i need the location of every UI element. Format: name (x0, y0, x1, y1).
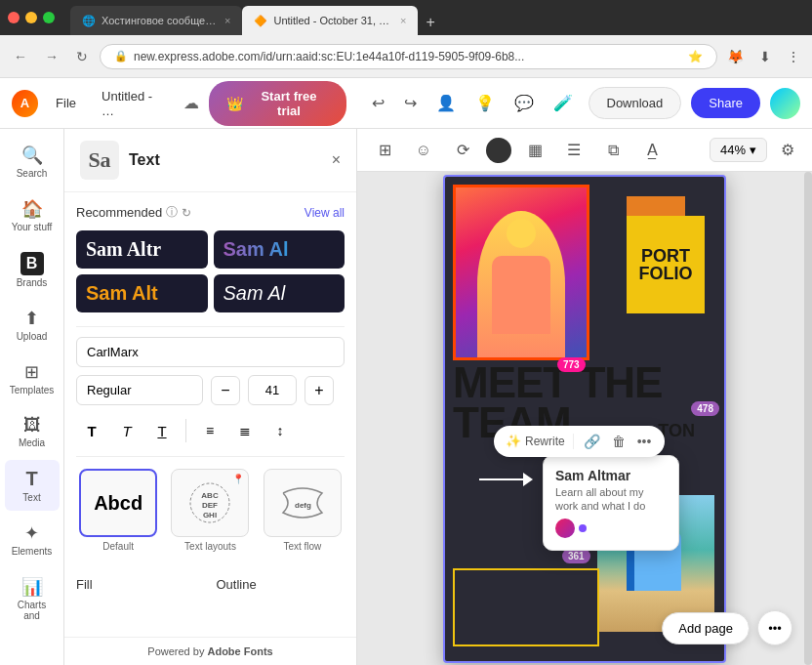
doc-title[interactable]: Untitled - … (94, 85, 174, 122)
tab-2[interactable]: 🔶 Untitled - October 31, 2024 at … × (242, 6, 418, 35)
layers-tool-button[interactable]: ☰ (558, 135, 589, 166)
align-list-button[interactable]: ≣ (229, 415, 261, 446)
sidebar-item-your-stuff[interactable]: 🏠 Your stuff (5, 190, 60, 240)
more-action-button[interactable]: ••• (635, 432, 654, 451)
sidebar-item-templates[interactable]: ⊞ Templates (5, 353, 60, 403)
start-trial-button[interactable]: 👑 Start free trial (209, 81, 345, 126)
face-tool-button[interactable]: ☺ (408, 135, 439, 166)
delete-action-button[interactable]: 🗑 (610, 432, 628, 451)
copy-tool-button[interactable]: ⧉ (597, 135, 629, 166)
back-button[interactable]: ← (8, 45, 33, 68)
zoom-chevron-icon: ▾ (750, 143, 756, 157)
download-button[interactable]: Download (589, 87, 682, 119)
elements-icon: ✦ (24, 522, 39, 544)
bold-text-button[interactable]: T (76, 415, 107, 446)
collaborators-button[interactable]: 👤 (430, 88, 462, 118)
text-style-flow[interactable]: defg Text flow (261, 469, 345, 552)
font-preview-4[interactable]: Sam Al (214, 274, 345, 312)
sidebar-item-text[interactable]: T Text (5, 460, 60, 511)
view-all-link[interactable]: View all (304, 206, 345, 220)
add-page-button[interactable]: Add page (662, 612, 750, 644)
sidebar-item-upload[interactable]: ⬆ Upload (5, 300, 60, 350)
refresh-button[interactable]: ↻ (70, 45, 94, 68)
italic-text-button[interactable]: T (111, 415, 142, 446)
sidebar-upload-label: Upload (17, 331, 48, 342)
upload-icon: ⬆ (24, 308, 39, 329)
browser-download-btn[interactable]: ⬇ (755, 45, 775, 68)
grid-tool-button[interactable]: ⊞ (369, 135, 400, 166)
info-icon: ⓘ (166, 204, 178, 221)
font-size-increase-button[interactable]: + (304, 376, 334, 405)
svg-marker-6 (523, 473, 533, 486)
color-fill-button[interactable] (486, 138, 511, 163)
sidebar-item-search[interactable]: 🔍 Search (5, 137, 60, 187)
font-family-select[interactable]: CarlMarx (76, 337, 345, 367)
canvas-toolbar: ⊞ ☺ ⟳ ▦ ☰ ⧉ A̲ 44% ▾ ⚙ (357, 129, 812, 172)
powered-by: Powered by Adobe Fonts (64, 637, 356, 665)
font-style-select[interactable]: Regular (76, 375, 203, 405)
sidebar-item-brands[interactable]: B Brands (5, 244, 60, 296)
right-scrollbar[interactable] (804, 172, 812, 665)
tab-2-label: Untitled - October 31, 2024 at … (273, 15, 394, 26)
forward-button[interactable]: → (39, 45, 64, 68)
win-min-btn[interactable] (25, 12, 37, 23)
new-tab-button[interactable]: + (418, 10, 442, 35)
sidebar-item-elements[interactable]: ✦ Elements (5, 515, 60, 564)
win-close-btn[interactable] (8, 12, 20, 23)
tab-2-close[interactable]: × (400, 15, 406, 26)
browser-menu-btn[interactable]: ⋮ (783, 45, 804, 68)
design-canvas: PORT FOLIO MEET THE TEAM (443, 175, 726, 663)
text-panel: Sa Text × Recommended ⓘ ↻ View all Sam A… (64, 129, 357, 665)
link-action-button[interactable]: 🔗 (582, 432, 602, 451)
browser-extensions-btn[interactable]: 🦊 (723, 45, 748, 68)
svg-text:DEF: DEF (202, 501, 218, 510)
text-icon: T (25, 468, 37, 490)
tab-1[interactable]: 🌐 Хостинговое сообщество «Ti… × (70, 6, 242, 35)
rewrite-button[interactable]: ✨ Rewrite (506, 434, 565, 448)
underline-text-button[interactable]: T (146, 415, 178, 446)
font-size-decrease-button[interactable]: − (211, 376, 240, 405)
canvas-viewport[interactable]: PORT FOLIO MEET THE TEAM (357, 172, 812, 665)
font-preview-2[interactable]: Sam Al (214, 230, 345, 269)
comments-button[interactable]: 💬 (508, 88, 540, 118)
share-button[interactable]: Share (691, 88, 760, 118)
panel-close-button[interactable]: × (332, 151, 341, 169)
ai-button[interactable]: 💡 (469, 88, 501, 118)
font-select-row: CarlMarx (76, 337, 345, 367)
align-left-button[interactable]: ≡ (194, 415, 225, 446)
outline-section: Outline (217, 577, 345, 598)
experiment-button[interactable]: 🧪 (548, 88, 579, 118)
canvas-area: ⊞ ☺ ⟳ ▦ ☰ ⧉ A̲ 44% ▾ ⚙ (357, 129, 812, 665)
tab-1-close[interactable]: × (224, 15, 230, 26)
text-style-layouts[interactable]: ABC DEF GHI 📍 Text layouts (168, 469, 252, 552)
undo-button[interactable]: ↩ (366, 88, 390, 118)
address-bar[interactable]: 🔒 new.express.adobe.com/id/urn:aaid:sc:E… (100, 44, 717, 69)
default-style-text: Abcd (94, 492, 142, 515)
font-size-input[interactable] (248, 375, 297, 405)
link-tool-button[interactable]: ⟳ (447, 135, 478, 166)
fill-label: Fill (76, 577, 205, 592)
more-options-button[interactable]: ••• (757, 610, 792, 645)
font-preview-1[interactable]: Sam Altr (76, 230, 208, 269)
text-styles-grid: Abcd Default ABC DEF GHI 📍 Text l (76, 469, 345, 552)
sidebar-item-media[interactable]: 🖼 Media (5, 407, 60, 456)
win-max-btn[interactable] (43, 12, 55, 23)
sidebar-text-label: Text (22, 492, 40, 503)
canvas-settings-button[interactable]: ⚙ (775, 135, 800, 165)
zoom-control[interactable]: 44% ▾ (710, 138, 767, 162)
redo-button[interactable]: ↪ (398, 88, 423, 118)
font-preview-3[interactable]: Sam Alt (76, 274, 208, 312)
cloud-icon: ☁ (183, 94, 199, 112)
media-icon: 🖼 (23, 415, 41, 436)
sidebar-item-charts[interactable]: 📊 Charts and (5, 568, 60, 629)
file-menu[interactable]: File (48, 92, 84, 114)
translate-tool-button[interactable]: A̲ (636, 135, 668, 166)
line-height-button[interactable]: ↕ (264, 415, 296, 446)
sidebar-media-label: Media (19, 437, 45, 448)
user-avatar[interactable] (770, 88, 800, 119)
logo-letter: A (20, 96, 29, 110)
text-style-default[interactable]: Abcd Default (76, 469, 160, 552)
fill-outline-row: Fill Outline (76, 567, 345, 607)
sidebar-brands-label: Brands (17, 277, 48, 288)
frame-tool-button[interactable]: ▦ (519, 135, 550, 166)
